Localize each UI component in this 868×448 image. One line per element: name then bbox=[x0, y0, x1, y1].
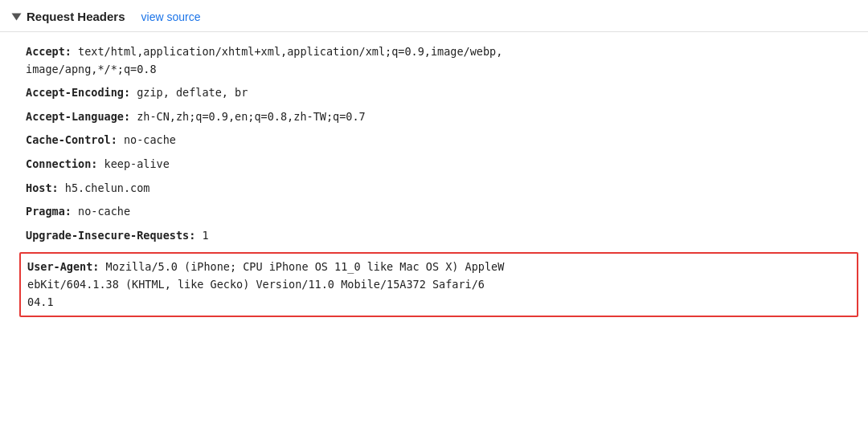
request-headers-panel: Request Headers view source Accept: text… bbox=[0, 0, 868, 448]
header-row: Host: h5.chelun.com bbox=[26, 177, 852, 201]
headers-body: Accept: text/html,application/xhtml+xml,… bbox=[0, 32, 868, 338]
header-row: Accept-Encoding: gzip, deflate, br bbox=[26, 81, 852, 105]
panel-title: Request Headers bbox=[27, 10, 125, 23]
header-row: Connection: keep-alive bbox=[26, 153, 852, 177]
header-value-continuation: 04.1 bbox=[27, 294, 850, 312]
header-row: Accept: text/html,application/xhtml+xml,… bbox=[26, 40, 852, 81]
header-value: gzip, deflate, br bbox=[137, 86, 248, 99]
header-name: Upgrade-Insecure-Requests: bbox=[26, 229, 195, 242]
header-row: Cache-Control: no-cache bbox=[26, 128, 852, 153]
header-value-continuation: ebKit/604.1.38 (KHTML, like Gecko) Versi… bbox=[27, 276, 850, 294]
header-name: Accept-Encoding: bbox=[26, 86, 130, 99]
view-source-link[interactable]: view source bbox=[141, 10, 201, 23]
header-name: Host: bbox=[26, 181, 59, 194]
header-name: User-Agent: bbox=[27, 260, 99, 273]
header-value: zh-CN,zh;q=0.9,en;q=0.8,zh-TW;q=0.7 bbox=[137, 110, 365, 123]
header-value: h5.chelun.com bbox=[65, 181, 150, 194]
header-name: Cache-Control: bbox=[26, 133, 117, 146]
header-name: Accept-Language: bbox=[26, 110, 130, 123]
header-row: Upgrade-Insecure-Requests: 1 bbox=[26, 224, 852, 248]
header-name: Pragma: bbox=[26, 205, 72, 218]
header-value: no-cache bbox=[78, 205, 130, 218]
header-value: no-cache bbox=[124, 133, 176, 146]
header-value: text/html,application/xhtml+xml,applicat… bbox=[78, 45, 502, 58]
header-value: Mozilla/5.0 (iPhone; CPU iPhone OS 11_0 … bbox=[106, 260, 505, 273]
header-row: User-Agent: Mozilla/5.0 (iPhone; CPU iPh… bbox=[19, 252, 858, 317]
collapse-icon[interactable] bbox=[12, 13, 22, 20]
header-value: 1 bbox=[202, 229, 208, 242]
header-name: Accept: bbox=[26, 45, 72, 58]
header-row: Pragma: no-cache bbox=[26, 200, 852, 224]
header-row: Accept-Language: zh-CN,zh;q=0.9,en;q=0.8… bbox=[26, 105, 852, 129]
header-value: keep-alive bbox=[104, 157, 170, 170]
header-name: Connection: bbox=[26, 157, 97, 170]
header-value-continuation: image/apng,*/*;q=0.8 bbox=[26, 61, 852, 79]
panel-header: Request Headers view source bbox=[0, 0, 868, 32]
